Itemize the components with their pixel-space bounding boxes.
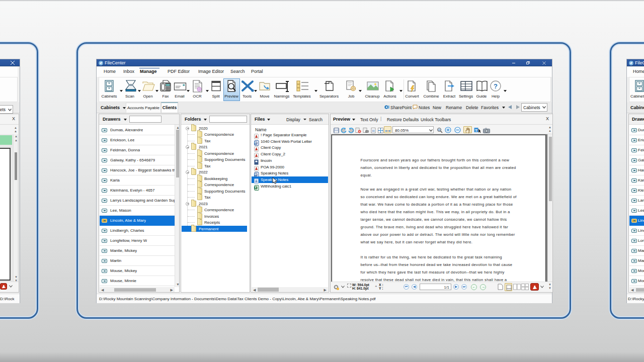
svg-text:W: W	[255, 141, 258, 144]
svg-text:11: 11	[372, 129, 375, 132]
svg-text:X: X	[255, 186, 257, 189]
svg-text:W: W	[255, 173, 258, 176]
svg-text:90: 90	[350, 130, 352, 132]
svg-text:T: T	[475, 128, 477, 133]
svg-text:60: 60	[438, 129, 440, 131]
svg-text:?: ?	[494, 82, 498, 90]
svg-text:90: 90	[342, 130, 344, 132]
